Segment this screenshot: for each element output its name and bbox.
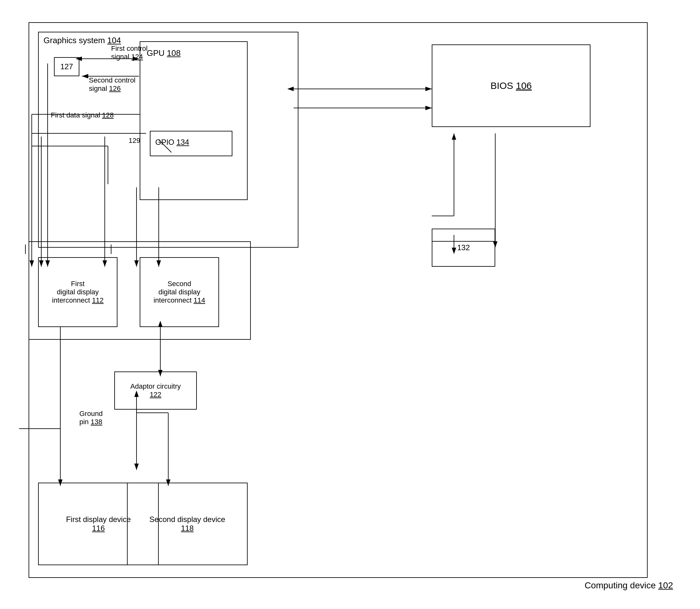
display1-label: First display device 116 bbox=[66, 515, 131, 533]
bios-box: BIOS 106 bbox=[432, 45, 591, 127]
second-control-signal-label: Second control signal 126 bbox=[89, 76, 136, 93]
first-data-signal-label: First data signal 128 bbox=[51, 111, 113, 119]
bios-label: BIOS 106 bbox=[490, 80, 532, 91]
box132: 132 bbox=[432, 229, 495, 267]
display2-box: Second display device 118 bbox=[127, 483, 248, 565]
ddi2-box: Second digital display interconnect 114 bbox=[140, 257, 219, 327]
ddi2-label: Second digital display interconnect 114 bbox=[154, 280, 205, 304]
graphics-system-label: Graphics system 104 bbox=[43, 36, 121, 46]
gpio-box: GPIO 134 bbox=[150, 131, 232, 156]
adaptor-label: Adaptor circuitry 122 bbox=[130, 382, 181, 399]
diagram-container: Computing device 102 Graphics system 104… bbox=[19, 13, 683, 597]
gpu-label: GPU 108 bbox=[147, 48, 181, 58]
computing-device-label: Computing device 102 bbox=[584, 580, 673, 591]
gpu-box: GPU 108 GPIO 134 bbox=[140, 41, 248, 200]
ddi1-box: First digital display interconnect 112 bbox=[38, 257, 118, 327]
node127-box: 127 bbox=[54, 57, 80, 76]
ddi1-label: First digital display interconnect 112 bbox=[52, 280, 104, 304]
signal129-label: 129 bbox=[128, 137, 140, 145]
gpio-label: GPIO 134 bbox=[155, 138, 189, 147]
adaptor-box: Adaptor circuitry 122 bbox=[114, 371, 197, 410]
first-control-signal-label: First control signal 124 bbox=[111, 45, 147, 61]
ground-pin-label: Ground pin 138 bbox=[80, 410, 103, 426]
display2-label: Second display device 118 bbox=[150, 515, 225, 533]
